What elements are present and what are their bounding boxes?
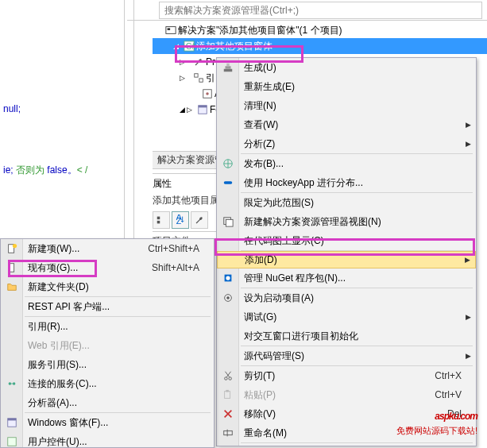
svg-text:C#: C# <box>186 41 195 51</box>
menu-analyze[interactable]: 分析(Z)▶ <box>217 134 476 153</box>
collapse-icon[interactable]: ◢ <box>173 42 179 50</box>
build-icon <box>222 61 234 74</box>
menu-scope[interactable]: 限定为此范围(S) <box>217 193 476 212</box>
menu-rebuild[interactable]: 重新生成(E) <box>217 77 476 96</box>
svg-rect-10 <box>157 217 160 220</box>
svg-rect-36 <box>8 419 17 421</box>
svg-rect-32 <box>9 264 14 272</box>
menu-windows-form[interactable]: Windows 窗体(F)... <box>1 413 214 432</box>
menu-build[interactable]: 生成(U) <box>217 58 476 77</box>
solution-icon <box>164 25 178 36</box>
menu-startup[interactable]: 设为启动项目(A) <box>217 288 476 307</box>
svg-rect-27 <box>225 392 230 399</box>
expand-icon[interactable]: ▷ <box>187 106 192 114</box>
svg-rect-4 <box>195 74 198 77</box>
chevron-right-icon: ▶ <box>466 140 471 148</box>
svg-rect-28 <box>226 390 229 392</box>
form-icon <box>195 104 210 115</box>
svg-point-25 <box>225 377 228 380</box>
search-input[interactable] <box>159 2 482 19</box>
split-line[interactable] <box>124 0 125 238</box>
sort-button[interactable]: AZ <box>172 211 189 229</box>
menu-remove[interactable]: 移除(V)Del <box>217 404 476 423</box>
menu-add[interactable]: 添加(D)▶ <box>217 251 476 268</box>
project-context-menu: 生成(U) 重新生成(E) 清理(N) 查看(W)▶ 分析(Z)▶ 发布(B).… <box>216 57 477 446</box>
menu-cut[interactable]: 剪切(T)Ctrl+X <box>217 366 476 385</box>
solution-node[interactable]: 解决方案"添加其他项目窗体"(1 个项目) <box>153 22 487 38</box>
svg-rect-29 <box>224 431 233 434</box>
svg-rect-11 <box>157 221 160 224</box>
svg-rect-14 <box>224 69 233 72</box>
menu-codemap[interactable]: 在代码图上显示(C) <box>217 231 476 250</box>
svg-rect-9 <box>199 106 207 108</box>
menu-user-control[interactable]: 用户控件(U)... <box>1 432 214 448</box>
cut-icon <box>222 369 234 382</box>
menu-nuget[interactable]: 管理 NuGet 程序包(N)... <box>217 268 476 288</box>
split-line[interactable] <box>133 0 134 238</box>
new-item-icon <box>6 242 18 255</box>
menu-service-reference[interactable]: 服务引用(S)... <box>1 355 214 374</box>
menu-new-item[interactable]: 新建项(W)...Ctrl+Shift+A <box>1 239 214 258</box>
svg-rect-16 <box>226 64 230 67</box>
project-node[interactable]: ◢ C# 添加其他项目窗体 <box>153 38 487 54</box>
menu-rename[interactable]: 重命名(M) <box>217 423 476 442</box>
new-view-icon <box>222 215 234 228</box>
menu-analyzer[interactable]: 分析器(A)... <box>1 393 214 412</box>
menu-existing-item[interactable]: 现有项(G)...Shift+Alt+A <box>1 258 214 277</box>
chevron-right-icon: ▶ <box>466 313 471 321</box>
menu-unload[interactable]: 卸载项目(L) <box>217 443 476 448</box>
menu-web-reference: Web 引用(E)... <box>1 336 214 355</box>
menu-newview[interactable]: 新建解决方案资源管理器视图(N) <box>217 212 476 231</box>
code-line: ie; 否则为 false。< / <box>3 164 87 177</box>
expand-icon[interactable]: ▷ <box>180 58 185 66</box>
categorize-button[interactable] <box>153 211 170 229</box>
chevron-right-icon: ▶ <box>465 256 470 264</box>
svg-rect-20 <box>226 219 233 226</box>
menu-new-folder[interactable]: 新建文件夹(D) <box>1 277 214 296</box>
wrench-icon <box>191 56 206 68</box>
nuget-icon <box>222 272 234 284</box>
svg-rect-37 <box>8 438 17 446</box>
expand-icon[interactable]: ▷ <box>180 74 185 82</box>
menu-clean[interactable]: 清理(N) <box>217 96 476 115</box>
chevron-right-icon: ▶ <box>466 352 471 360</box>
svg-point-26 <box>229 377 232 380</box>
menu-publish[interactable]: 发布(B)... <box>217 154 476 173</box>
menu-reference[interactable]: 引用(R)... <box>1 317 214 336</box>
svg-point-33 <box>9 382 12 385</box>
form-icon <box>6 416 18 429</box>
paste-icon <box>222 388 234 401</box>
wrench-button[interactable] <box>191 211 208 229</box>
svg-rect-5 <box>199 79 203 82</box>
connected-service-icon <box>6 377 18 390</box>
existing-item-icon <box>6 261 18 274</box>
rename-icon <box>222 427 234 439</box>
menu-view[interactable]: 查看(W)▶ <box>217 115 476 134</box>
svg-rect-15 <box>226 66 231 69</box>
hockeyapp-icon <box>222 176 234 189</box>
references-icon <box>191 72 206 83</box>
menu-interactive[interactable]: 对交互窗口进行项目初始化 <box>217 326 476 346</box>
svg-point-31 <box>13 244 17 248</box>
user-control-icon <box>6 435 18 448</box>
gear-icon <box>222 292 234 304</box>
svg-rect-1 <box>168 28 171 30</box>
menu-hockeyapp[interactable]: 使用 HockeyApp 进行分布... <box>217 173 476 192</box>
publish-icon <box>222 157 234 170</box>
menu-rest-api[interactable]: REST API 客户端... <box>1 297 214 316</box>
project-label: 添加其他项目窗体 <box>196 40 272 53</box>
svg-rect-18 <box>224 181 233 184</box>
menu-debug[interactable]: 调试(G)▶ <box>217 307 476 326</box>
code-line: null; <box>3 103 21 114</box>
svg-point-7 <box>206 92 209 95</box>
svg-point-22 <box>226 276 230 280</box>
menu-connected-service[interactable]: 连接的服务(C)... <box>1 374 214 393</box>
collapse-icon[interactable]: ◢ <box>180 106 185 114</box>
csharp-project-icon: C# <box>182 41 196 52</box>
folder-icon <box>6 280 18 293</box>
code-editor-bg: null; ie; 否则为 false。< / <box>0 0 127 238</box>
menu-source-control[interactable]: 源代码管理(S)▶ <box>217 346 476 365</box>
explorer-toolbar <box>127 0 487 21</box>
svg-point-24 <box>226 296 230 299</box>
menu-paste: 粘贴(P)Ctrl+V <box>217 385 476 404</box>
